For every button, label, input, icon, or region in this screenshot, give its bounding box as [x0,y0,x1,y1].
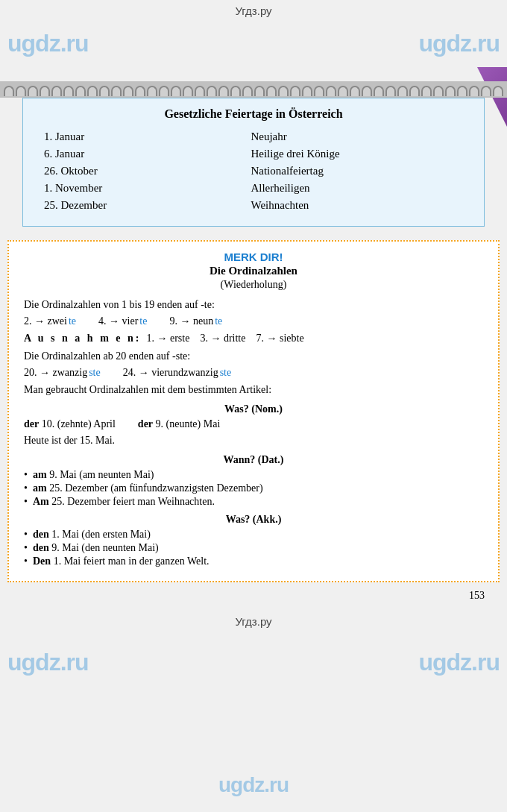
dat-heading: Wann? (Dat.) [24,454,483,466]
holiday-row: 6. JanuarHeilige drei Könige [38,145,469,163]
suffix-te-1: te [69,315,76,327]
akk-example-item: Den 1. Mai feiert man in der ganzen Welt… [24,556,483,567]
site-label-bottom: Угдз.ру [0,609,507,631]
rule2-text: Die Ordinalzahlen ab 20 enden auf -ste: [24,348,483,364]
watermark-1: ugdz.ru [7,30,89,57]
suffix-te-3: te [215,315,222,327]
holiday-date: 1. November [38,180,245,197]
ausnahmen-label: A u s n a h m e n: [24,333,141,344]
holiday-name: Heilige drei Könige [245,145,469,163]
watermark-8: ugdz.ru [418,649,500,676]
holiday-date: 26. Oktober [38,163,245,180]
watermark-7: ugdz.ru [7,649,89,676]
site-label-top: Угдз.ру [0,0,507,20]
akk-example-item: den 1. Mai (den ersten Mai) [24,529,483,541]
nom-examples-row: der 10. (zehnte) April der 9. (neunte) M… [24,418,483,430]
dat-example-item: Am 25. Dezember feiert man Weihnachten. [24,496,483,508]
holiday-row: 1. NovemberAllerheiligen [38,180,469,197]
examples2-row: 20. → zwanzigste 24. → vierundzwanzigste [24,367,483,379]
nom-example-2: der 9. (neunte) Mai [138,418,220,430]
suffix-ste-1: ste [89,367,101,379]
ordinalzahlen-title: Die Ordinalzahlen [24,265,483,277]
suffix-te-2: te [139,315,147,327]
holiday-date: 25. Dezember [38,197,245,214]
holiday-date: 1. Januar [38,128,245,145]
nom-example-1: der 10. (zehnte) April [24,418,116,430]
example-20: 20. → zwanzigste [24,367,101,379]
akk-heading: Was? (Akk.) [24,514,483,526]
akk-example-item: den 9. Mai (den neunten Mai) [24,542,483,554]
holiday-name: Nationalfeiertag [245,163,469,180]
watermark-2: ugdz.ru [418,30,500,57]
holiday-table: 1. JanuarNeujahr6. JanuarHeilige drei Kö… [38,128,469,214]
holiday-name: Allerheiligen [245,180,469,197]
dat-examples: am 9. Mai (am neunten Mai)am 25. Dezembe… [24,469,483,508]
holiday-date: 6. Januar [38,145,245,163]
example-24: 24. → vierundzwanzigste [123,367,231,379]
suffix-ste-2: ste [220,367,232,379]
table-title: Gesetzliche Feiertage in Österreich [38,107,469,121]
dat-example-item: am 25. Dezember (am fünfundzwanzigsten D… [24,482,483,494]
holiday-table-box: Gesetzliche Feiertage in Österreich 1. J… [22,98,485,227]
nom-der-1: der [24,418,39,429]
rule1-text: Die Ordinalzahlen von 1 bis 19 enden auf… [24,297,483,312]
example-9: 9. → neunte [169,315,222,327]
holiday-row: 1. JanuarNeujahr [38,128,469,145]
spiral-line [3,83,504,96]
example-4: 4. → vierte [98,315,147,327]
ausnahmen-line: A u s n a h m e n: 1. → erste 3. → dritt… [24,330,483,346]
akk-examples: den 1. Mai (den ersten Mai)den 9. Mai (d… [24,529,483,567]
example-2: 2. → zweite [24,315,76,327]
nom-extra: Heute ist der 15. Mai. [24,432,483,448]
holiday-name: Neujahr [245,128,469,145]
spiral-decoration [0,81,507,98]
dat-example-item: am 9. Mai (am neunten Mai) [24,469,483,481]
nom-heading: Was? (Nom.) [24,403,483,415]
watermark-9: ugdz.ru [218,773,289,797]
holiday-row: 25. DezemberWeihnachten [38,197,469,214]
examples1-row: 2. → zweite 4. → vierte 9. → neunte [24,315,483,327]
rule3-text: Man gebraucht Ordinalzahlen mit dem best… [24,382,483,397]
nom-der-2: der [138,418,153,429]
holiday-name: Weihnachten [245,197,469,214]
merk-dir-box: MERK DIR! Die Ordinalzahlen (Wiederholun… [7,240,500,582]
holiday-row: 26. OktoberNationalfeiertag [38,163,469,180]
page-number: 153 [0,590,507,602]
wiederholung-subtitle: (Wiederholung) [24,279,483,291]
merk-dir-heading: MERK DIR! [24,251,483,263]
